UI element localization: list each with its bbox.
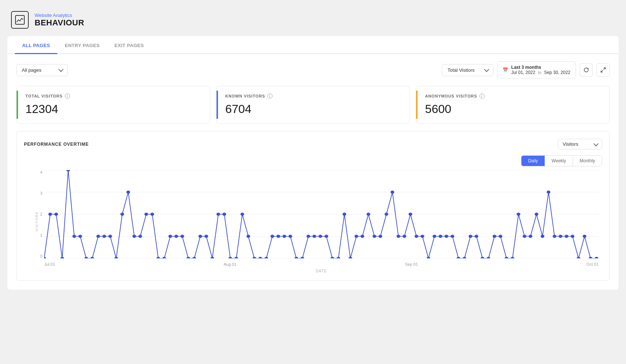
svg-point-15 xyxy=(84,257,88,258)
total-visitors-info-icon[interactable]: i xyxy=(65,93,70,99)
stat-known-value: 6704 xyxy=(225,102,401,116)
known-visitors-info-icon[interactable]: i xyxy=(267,93,272,99)
page-wrapper: Website Analytics BEHAVIOUR ALL PAGES EN… xyxy=(0,0,626,364)
svg-point-82 xyxy=(486,257,490,258)
expand-button[interactable] xyxy=(597,63,610,77)
chart-controls: Visitors xyxy=(558,139,602,149)
svg-point-74 xyxy=(439,235,442,238)
metric-dropdown[interactable]: Total Visitors xyxy=(442,64,493,76)
svg-point-96 xyxy=(571,235,574,238)
svg-point-39 xyxy=(228,257,232,258)
date-range-label: Last 3 months xyxy=(511,65,570,70)
svg-point-10 xyxy=(54,213,58,216)
svg-point-80 xyxy=(475,235,478,238)
svg-point-34 xyxy=(198,235,202,238)
tab-all-pages[interactable]: ALL PAGES xyxy=(15,36,57,53)
svg-point-70 xyxy=(415,235,418,238)
svg-point-30 xyxy=(175,235,178,238)
svg-point-25 xyxy=(144,213,148,216)
svg-point-40 xyxy=(235,257,238,258)
date-to: Sep 30, 2022 xyxy=(544,70,570,75)
svg-point-84 xyxy=(499,235,502,238)
svg-point-45 xyxy=(264,257,268,258)
x-label-jul: Jul 01 xyxy=(44,262,55,266)
monthly-button[interactable]: Monthly xyxy=(573,156,602,166)
main-card: ALL PAGES ENTRY PAGES EXIT PAGES All pag… xyxy=(7,36,619,290)
pages-dropdown-label: All pages xyxy=(22,67,41,73)
date-range-detail: Jul 01, 2022 to Sep 30, 2022 xyxy=(511,70,570,75)
header-text: Website Analytics BEHAVIOUR xyxy=(35,13,84,28)
tabs-bar: ALL PAGES ENTRY PAGES EXIT PAGES xyxy=(7,36,619,54)
svg-point-26 xyxy=(150,213,154,216)
svg-point-43 xyxy=(253,257,256,258)
stat-anonymous-value: 5600 xyxy=(425,102,601,116)
y-label-0: 0 xyxy=(40,254,42,258)
y-label-4: 4 xyxy=(40,170,42,174)
svg-point-86 xyxy=(511,257,514,258)
svg-point-87 xyxy=(517,213,520,216)
header-title: BEHAVIOUR xyxy=(35,18,84,28)
stat-anonymous-label: ANONYMOUS VISITORS i xyxy=(425,93,601,99)
svg-point-44 xyxy=(259,257,262,258)
pages-dropdown[interactable]: All pages xyxy=(16,64,68,76)
stat-total-value: 12304 xyxy=(25,102,201,116)
anonymous-visitors-info-icon[interactable]: i xyxy=(479,93,485,99)
chart-svg xyxy=(44,170,598,258)
svg-point-38 xyxy=(222,213,226,216)
visitors-dropdown-chevron xyxy=(593,141,598,146)
metric-dropdown-label: Total Visitors xyxy=(447,67,474,73)
tab-exit-pages[interactable]: EXIT PAGES xyxy=(107,36,151,53)
svg-point-28 xyxy=(162,257,166,258)
tab-entry-pages[interactable]: ENTRY PAGES xyxy=(57,36,107,53)
pages-dropdown-chevron xyxy=(58,67,63,72)
visitors-dropdown[interactable]: Visitors xyxy=(558,139,602,149)
chart-title: PERFORMANCE OVERTIME xyxy=(24,142,89,147)
date-picker[interactable]: 📅 Last 3 months Jul 01, 2022 to Sep 30, … xyxy=(497,61,576,78)
svg-point-32 xyxy=(186,257,190,258)
svg-point-16 xyxy=(90,257,94,258)
svg-point-58 xyxy=(342,213,346,216)
refresh-button[interactable] xyxy=(580,63,593,77)
chart-section: PERFORMANCE OVERTIME Visitors Daily Week… xyxy=(16,131,610,281)
metric-dropdown-chevron xyxy=(484,67,489,72)
svg-point-67 xyxy=(397,235,400,238)
svg-point-95 xyxy=(565,235,568,238)
calendar-icon: 📅 xyxy=(503,67,508,73)
daily-button[interactable]: Daily xyxy=(521,156,545,166)
svg-point-41 xyxy=(240,213,244,216)
period-buttons: Daily Weekly Monthly xyxy=(521,155,602,166)
svg-point-37 xyxy=(217,213,220,216)
svg-point-92 xyxy=(547,191,551,194)
svg-point-65 xyxy=(384,213,388,216)
svg-point-56 xyxy=(331,257,334,258)
x-label-oct: Oct 01 xyxy=(587,262,598,266)
svg-point-93 xyxy=(553,235,556,238)
svg-point-9 xyxy=(48,213,52,216)
svg-point-99 xyxy=(589,257,592,258)
svg-point-51 xyxy=(300,257,304,258)
svg-point-33 xyxy=(193,257,196,258)
y-label-1: 1 xyxy=(40,233,42,237)
svg-point-71 xyxy=(421,235,424,238)
weekly-button[interactable]: Weekly xyxy=(545,156,573,166)
svg-point-49 xyxy=(288,235,292,238)
svg-point-47 xyxy=(277,235,280,238)
stat-known-visitors: KNOWN VISITORS i 6704 xyxy=(216,86,410,124)
svg-point-18 xyxy=(102,235,106,238)
svg-point-36 xyxy=(211,257,214,258)
svg-point-55 xyxy=(324,235,328,238)
svg-point-73 xyxy=(433,235,436,238)
svg-point-97 xyxy=(577,257,580,258)
stat-total-label: TOTAL VISITORS i xyxy=(25,93,201,99)
svg-point-29 xyxy=(168,235,172,238)
svg-point-22 xyxy=(126,191,130,194)
svg-point-94 xyxy=(559,235,562,238)
svg-point-77 xyxy=(457,257,460,258)
svg-point-21 xyxy=(120,213,124,216)
y-label-2: 2 xyxy=(40,212,42,216)
svg-point-35 xyxy=(204,235,208,238)
svg-point-78 xyxy=(463,257,466,258)
stat-anonymous-visitors: ANONYMOUS VISITORS i 5600 xyxy=(416,86,610,124)
svg-point-52 xyxy=(306,235,310,238)
y-label-3: 3 xyxy=(40,191,42,195)
